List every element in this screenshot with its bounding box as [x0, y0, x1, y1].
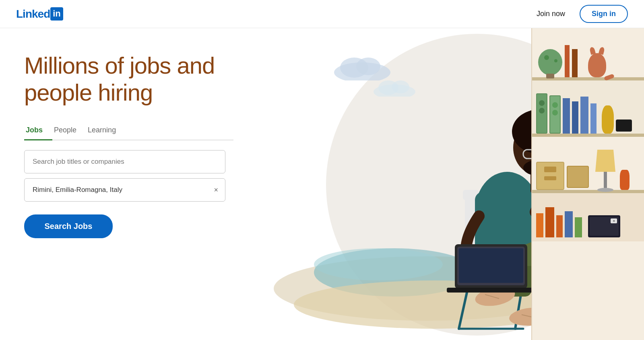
tab-people[interactable]: People: [52, 122, 86, 140]
search-jobs-button[interactable]: Search Jobs: [24, 214, 113, 238]
job-search-wrapper: [24, 150, 233, 173]
svg-rect-21: [459, 248, 523, 283]
tab-jobs[interactable]: Jobs: [24, 122, 52, 140]
headline-line1: Millions of jobs and: [24, 52, 215, 78]
hero-illustration: ✕: [250, 28, 644, 340]
sign-in-button[interactable]: Sign in: [580, 5, 628, 23]
job-search-input[interactable]: [24, 150, 225, 173]
search-tabs: Jobs People Learning: [24, 122, 233, 140]
svg-point-38: [392, 80, 409, 93]
header: Linkedin Join now Sign in: [0, 0, 644, 28]
bookshelf-decoration: ✕: [531, 28, 644, 340]
logo-text: Linked: [16, 8, 50, 21]
header-right: Join now Sign in: [530, 5, 628, 23]
location-input[interactable]: [24, 178, 225, 202]
svg-rect-22: [447, 288, 535, 293]
linkedin-logo[interactable]: Linkedin: [16, 7, 63, 21]
headline-line2: people hiring: [24, 79, 153, 105]
tab-learning[interactable]: Learning: [86, 122, 126, 140]
svg-point-2: [314, 248, 443, 280]
logo-in: in: [50, 7, 63, 21]
search-container: ×: [24, 150, 233, 202]
location-search-wrapper: ×: [24, 178, 225, 202]
svg-point-35: [356, 58, 380, 75]
join-now-button[interactable]: Join now: [530, 6, 572, 21]
left-section: Millions of jobs and people hiring Jobs …: [0, 28, 250, 340]
hero-headline: Millions of jobs and people hiring: [24, 52, 233, 106]
clear-location-button[interactable]: ×: [212, 184, 220, 196]
cloud-2: [370, 76, 419, 98]
main-content: Millions of jobs and people hiring Jobs …: [0, 28, 644, 340]
